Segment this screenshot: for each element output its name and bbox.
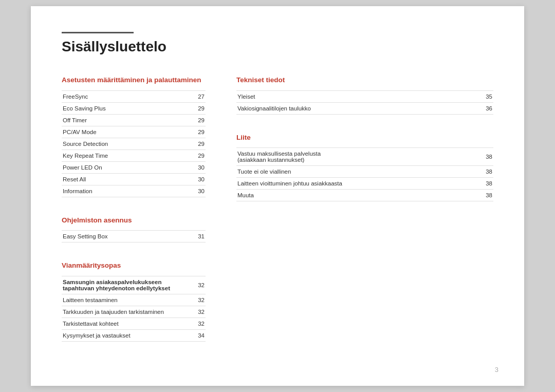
section-ohjelmisto: Ohjelmiston asennusEasy Setting Box31: [62, 216, 206, 243]
item-label: Vakiosignaalitilojen taulukko: [236, 102, 482, 114]
item-page: 38: [482, 178, 493, 190]
item-label: Power LED On: [62, 161, 194, 173]
table-row: Muuta38: [236, 190, 493, 201]
item-label: Information: [62, 185, 194, 197]
item-page: 38: [482, 148, 493, 166]
table-row: Tuote ei ole viallinen38: [236, 166, 493, 178]
item-page: 36: [482, 102, 493, 114]
section-asetukset-title: Asetusten määrittäminen ja palauttaminen: [62, 76, 206, 85]
item-label: Reset All: [62, 173, 194, 185]
table-row: Laitteen testaaminen32: [62, 294, 206, 306]
table-row: Tarkkuuden ja taajuuden tarkistaminen32: [62, 306, 206, 318]
table-row: Key Repeat Time29: [62, 150, 206, 161]
item-page: 29: [194, 126, 206, 138]
table-row: PC/AV Mode29: [62, 126, 206, 138]
item-label: Source Detection: [62, 138, 194, 150]
section-ohjelmisto-title: Ohjelmiston asennus: [62, 216, 206, 226]
item-page: 38: [482, 190, 493, 201]
item-page: 32: [194, 318, 206, 330]
section-liite-table: Vastuu maksullisesta palvelusta(asiakkaa…: [236, 147, 493, 201]
section-vianmaaritys-title: Vianmääritysopas: [62, 261, 206, 271]
page-number: 3: [495, 366, 498, 374]
item-page: 30: [194, 173, 206, 185]
table-row: Information30: [62, 185, 206, 197]
section-tekniset: Tekniset tiedotYleiset35Vakiosignaalitil…: [236, 76, 493, 115]
table-row: Reset All30: [62, 173, 206, 185]
item-page: 35: [482, 90, 493, 102]
columns: Asetusten määrittäminen ja palauttaminen…: [62, 76, 493, 361]
section-vianmaaritys: VianmääritysopasSamsungin asiakaspalvelu…: [62, 261, 206, 342]
table-row: Vakiosignaalitilojen taulukko36: [236, 102, 493, 114]
item-page: 32: [194, 306, 206, 318]
item-page: 30: [194, 161, 206, 173]
table-row: Kysymykset ja vastaukset34: [62, 330, 206, 342]
section-liite-title: Liite: [236, 133, 493, 143]
table-row: Vastuu maksullisesta palvelusta(asiakkaa…: [236, 148, 493, 166]
item-page: 38: [482, 166, 493, 178]
item-page: 29: [194, 138, 206, 150]
item-page: 29: [194, 150, 206, 161]
item-label: Muuta: [236, 190, 482, 201]
item-label: Samsungin asiakaspalvelukukseentapahtuva…: [62, 276, 194, 294]
item-label: Laitteen vioittuminen johtuu asiakkaasta: [236, 178, 482, 190]
left-column: Asetusten määrittäminen ja palauttaminen…: [62, 76, 206, 361]
item-page: 29: [194, 114, 206, 126]
table-row: Power LED On30: [62, 161, 206, 173]
section-tekniset-table: Yleiset35Vakiosignaalitilojen taulukko36: [236, 90, 493, 115]
section-tekniset-title: Tekniset tiedot: [236, 76, 493, 85]
section-asetukset: Asetusten määrittäminen ja palauttaminen…: [62, 76, 206, 197]
item-page: 32: [194, 276, 206, 294]
item-page: 30: [194, 185, 206, 197]
table-row: Easy Setting Box31: [62, 231, 206, 242]
item-label: Laitteen testaaminen: [62, 294, 194, 306]
item-label: Key Repeat Time: [62, 150, 194, 161]
item-label: Tarkkuuden ja taajuuden tarkistaminen: [62, 306, 194, 318]
section-liite: LiiteVastuu maksullisesta palvelusta(asi…: [236, 133, 493, 202]
title-bar: [62, 32, 134, 33]
item-page: 27: [194, 90, 206, 102]
page-title: Sisällysluettelo: [62, 39, 493, 55]
table-row: Laitteen vioittuminen johtuu asiakkaasta…: [236, 178, 493, 190]
item-label: Kysymykset ja vastaukset: [62, 330, 194, 342]
item-label: PC/AV Mode: [62, 126, 194, 138]
item-page: 31: [194, 231, 206, 242]
table-row: Eco Saving Plus29: [62, 102, 206, 114]
item-label: FreeSync: [62, 90, 194, 102]
table-row: Tarkistettavat kohteet32: [62, 318, 206, 330]
table-row: FreeSync27: [62, 90, 206, 102]
section-ohjelmisto-table: Easy Setting Box31: [62, 230, 206, 242]
table-row: Yleiset35: [236, 90, 493, 102]
item-label: Vastuu maksullisesta palvelusta(asiakkaa…: [236, 148, 482, 166]
item-label: Tuote ei ole viallinen: [236, 166, 482, 178]
item-label: Yleiset: [236, 90, 482, 102]
section-asetukset-table: FreeSync27Eco Saving Plus29Off Timer29PC…: [62, 90, 206, 197]
item-label: Tarkistettavat kohteet: [62, 318, 194, 330]
page: Sisällysluettelo Asetusten määrittäminen…: [31, 6, 524, 386]
item-page: 32: [194, 294, 206, 306]
section-vianmaaritys-table: Samsungin asiakaspalvelukukseentapahtuva…: [62, 276, 206, 342]
item-page: 29: [194, 102, 206, 114]
right-column: Tekniset tiedotYleiset35Vakiosignaalitil…: [236, 76, 493, 361]
table-row: Source Detection29: [62, 138, 206, 150]
item-label: Easy Setting Box: [62, 231, 194, 242]
item-label: Eco Saving Plus: [62, 102, 194, 114]
table-row: Off Timer29: [62, 114, 206, 126]
item-page: 34: [194, 330, 206, 342]
item-label: Off Timer: [62, 114, 194, 126]
table-row: Samsungin asiakaspalvelukukseentapahtuva…: [62, 276, 206, 294]
